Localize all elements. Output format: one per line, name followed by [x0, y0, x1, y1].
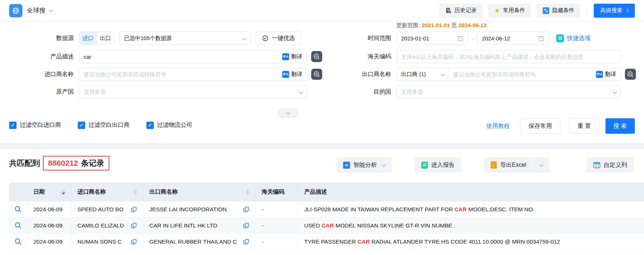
- chevron-down-icon: [242, 36, 246, 40]
- chevron-down-icon: [539, 162, 543, 166]
- results-count-prefix: 共匹配到: [9, 158, 40, 168]
- exporter-cell: CAR IN LIFE INTL HK LTD: [143, 218, 256, 233]
- quick-options-label: 快捷选项: [567, 35, 590, 42]
- star-icon: [494, 7, 500, 14]
- translate-icon: 中A: [596, 71, 603, 78]
- product-desc-field: 中A 翻译: [79, 50, 307, 63]
- advanced-search-button[interactable]: 高级搜索: [594, 4, 635, 18]
- checkbox-filter-blank-exporter[interactable]: 过滤空白出口商: [78, 121, 130, 129]
- exporter-type-select[interactable]: 出口商 (1): [397, 68, 449, 80]
- export-options-button[interactable]: [533, 157, 549, 173]
- importer-cell: NUMAN SONS C: [72, 234, 143, 249]
- collapse-form-button[interactable]: [277, 108, 299, 118]
- end-date-value: 2024-06-12: [482, 35, 510, 42]
- sort-control[interactable]: [246, 189, 250, 195]
- columns-grid-icon: [593, 162, 600, 168]
- exporter-input[interactable]: [449, 68, 592, 80]
- custom-columns-label: 自定义列: [604, 161, 627, 169]
- exclude-search-icon[interactable]: [625, 69, 636, 80]
- sort-control[interactable]: [134, 189, 137, 195]
- destination-row: 目的国 支持多选: [330, 85, 621, 98]
- product-header-label: 产品描述: [304, 188, 327, 196]
- product-cell: JLI-SP028 MADE IN TAIWAN REPLACEMENT PAR…: [298, 201, 644, 217]
- start-date-input[interactable]: 2023-01-01: [396, 32, 468, 45]
- advanced-search-label: 高级搜索: [600, 7, 622, 14]
- hs-code-input[interactable]: [397, 50, 621, 63]
- smart-analysis-button[interactable]: 智能分析: [336, 157, 392, 173]
- calendar-icon: [538, 35, 544, 42]
- favorites-button[interactable]: 常用条件: [488, 4, 531, 18]
- search-button[interactable]: 搜 索: [605, 118, 635, 134]
- importer-input[interactable]: [79, 68, 278, 80]
- tab-import[interactable]: 进口: [79, 32, 97, 44]
- tutorial-link[interactable]: 使用教程: [486, 122, 510, 130]
- start-date-value: 2023-01-01: [401, 35, 429, 42]
- origin-label: 原产国: [9, 88, 79, 96]
- export-excel-button[interactable]: 导出Excel: [484, 157, 533, 173]
- product-desc-input[interactable]: [79, 50, 278, 63]
- time-range-label: 时间范围: [330, 35, 396, 42]
- update-range-info: 更新范围: 2021-01-01 至 2024-06-13: [396, 22, 487, 29]
- app-title: 全球搜: [27, 6, 46, 15]
- copy-icon[interactable]: [131, 206, 137, 213]
- checkbox-filter-logistics[interactable]: 过滤物流公司: [146, 121, 192, 129]
- table-row: 2024-06-09 NUMAN SONS C GENERAL RUBBER T…: [9, 234, 644, 250]
- sort-control[interactable]: [62, 189, 65, 195]
- translate-label: 翻译: [291, 71, 302, 78]
- copy-icon[interactable]: [243, 206, 250, 213]
- keyword-highlight: CAR: [321, 222, 334, 229]
- end-date-input[interactable]: 2024-06-12: [477, 32, 549, 45]
- custom-columns-button[interactable]: 自定义列: [587, 157, 634, 173]
- history-button[interactable]: 历史记录: [439, 4, 483, 18]
- keyword-highlight: CAR: [357, 238, 370, 245]
- chevron-down-icon: [286, 110, 290, 114]
- exclude-search-icon[interactable]: [311, 69, 322, 80]
- checkbox-label: 过滤空白进口商: [20, 121, 61, 129]
- topbar-actions: 历史记录 常用条件 隐藏条件 高级搜索: [433, 4, 635, 18]
- quick-options-button[interactable]: 快捷选项: [556, 35, 590, 42]
- enter-report-button[interactable]: 进入报告: [415, 157, 461, 173]
- reset-button[interactable]: 重 置: [569, 118, 599, 134]
- hs-code-column-header: 海关编码: [256, 182, 298, 201]
- origin-select[interactable]: 支持多选: [79, 85, 307, 98]
- translate-button[interactable]: 中A 翻译: [592, 71, 621, 78]
- copy-icon[interactable]: [243, 238, 250, 245]
- importer-cell: CAMILO ELIZALD: [72, 218, 143, 233]
- update-range-start: 2021-01-01: [422, 22, 450, 28]
- translate-button[interactable]: 中A 翻译: [278, 71, 307, 78]
- translate-button[interactable]: 中A 翻译: [278, 53, 307, 60]
- save-favorite-button[interactable]: 保存常用: [520, 118, 560, 134]
- hs-code-cell: -: [256, 218, 298, 233]
- date-cell: 2024-06-09: [28, 234, 72, 249]
- exporter-header-label: 出口商名称: [149, 188, 178, 196]
- hide-conditions-label: 隐藏条件: [552, 7, 574, 14]
- hs-header-label: 海关编码: [262, 188, 284, 196]
- exporter-column-header: 出口商名称: [143, 182, 256, 201]
- checkbox-filter-blank-importer[interactable]: 过滤空白进口商: [9, 121, 61, 129]
- chevron-down-icon[interactable]: [49, 8, 53, 12]
- exporter-cell: JESSE LAI INCORPORATION: [143, 201, 256, 217]
- results-count-number: 8860212: [48, 159, 78, 168]
- copy-icon[interactable]: [243, 222, 250, 229]
- destination-select[interactable]: 支持多选: [396, 85, 621, 98]
- hide-conditions-button[interactable]: 隐藏条件: [537, 4, 580, 18]
- magnifier-icon[interactable]: [14, 205, 22, 213]
- magnifier-icon[interactable]: [14, 238, 22, 245]
- importer-row: 进口商名称 中A 翻译: [9, 68, 322, 81]
- data-source-select[interactable]: 已选中105个数据源: [119, 32, 251, 45]
- tab-export[interactable]: 出口: [97, 32, 114, 44]
- origin-row: 原产国 支持多选: [9, 85, 307, 98]
- command-icon: [556, 35, 564, 42]
- form-actions: 使用教程 保存常用 重 置 搜 索: [486, 118, 635, 134]
- export-excel-label: 导出Excel: [500, 161, 526, 169]
- importer-label: 进口商名称: [9, 71, 79, 78]
- table-row: 2024-06-09 CAMILO ELIZALD CAR IN LIFE IN…: [9, 218, 644, 234]
- row-detail-cell: [9, 234, 28, 249]
- copy-icon[interactable]: [131, 222, 137, 229]
- copy-icon[interactable]: [131, 238, 137, 245]
- one-click-optimize-button[interactable]: 一键优选: [256, 32, 301, 45]
- collapse-icon: [543, 7, 549, 14]
- magnifier-icon[interactable]: [14, 222, 22, 229]
- checkbox-checked-icon: [78, 122, 85, 129]
- exclude-search-icon[interactable]: [311, 51, 322, 62]
